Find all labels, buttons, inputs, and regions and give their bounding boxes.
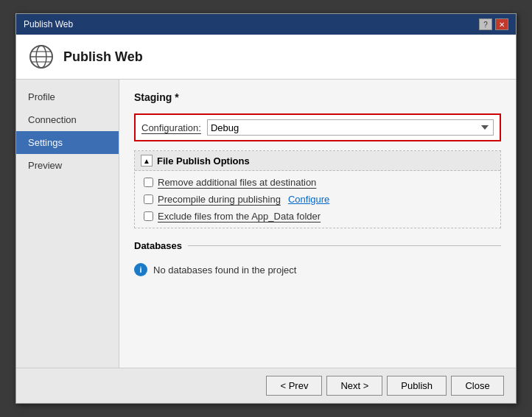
window-close-button[interactable]: ✕: [495, 18, 508, 30]
sidebar: Profile Connection Settings Preview: [16, 80, 119, 368]
precompile-label: Precompile during publishing: [158, 194, 281, 205]
file-publish-body: Remove additional files at destination P…: [135, 171, 500, 228]
exclude-appdata-checkbox[interactable]: [144, 211, 153, 221]
main-content: Staging * Configuration: Debug Release ▲…: [119, 80, 516, 368]
checkbox-row-exclude: Exclude files from the App_Data folder: [144, 211, 491, 222]
content-area: Profile Connection Settings Preview Stag…: [16, 80, 516, 368]
config-row: Configuration: Debug Release: [134, 113, 501, 141]
info-icon: i: [134, 263, 147, 276]
next-button[interactable]: Next >: [326, 376, 382, 396]
sidebar-item-profile[interactable]: Profile: [16, 85, 119, 108]
help-button[interactable]: ?: [479, 18, 492, 30]
globe-icon: [28, 43, 55, 70]
header-area: Publish Web: [16, 35, 516, 80]
configure-link[interactable]: Configure: [288, 194, 329, 205]
databases-divider: [188, 245, 501, 246]
exclude-appdata-label: Exclude files from the App_Data folder: [158, 211, 321, 222]
file-publish-section: ▲ File Publish Options Remove additional…: [134, 150, 501, 228]
databases-title: Databases: [134, 240, 182, 251]
precompile-checkbox[interactable]: [144, 195, 153, 204]
publish-web-dialog: Publish Web ? ✕ Publish Web Profile Conn…: [15, 13, 517, 404]
checkbox-row-remove: Remove additional files at destination: [144, 177, 491, 188]
section-title: Staging *: [134, 91, 501, 103]
title-bar-left: Publish Web: [24, 19, 73, 29]
databases-header: Databases: [134, 240, 501, 251]
sidebar-item-connection[interactable]: Connection: [16, 108, 119, 131]
header-title: Publish Web: [63, 49, 143, 65]
remove-additional-checkbox[interactable]: [144, 178, 153, 187]
footer: < Prev Next > Publish Close: [16, 368, 516, 403]
sidebar-item-preview[interactable]: Preview: [16, 154, 119, 177]
file-publish-header: ▲ File Publish Options: [135, 151, 500, 171]
info-text: No databases found in the project: [153, 264, 296, 276]
file-publish-title: File Publish Options: [157, 155, 250, 167]
prev-button[interactable]: < Prev: [266, 376, 322, 396]
title-bar-buttons: ? ✕: [479, 18, 508, 30]
publish-button[interactable]: Publish: [387, 376, 447, 396]
remove-additional-label: Remove additional files at destination: [158, 177, 316, 188]
sidebar-item-settings[interactable]: Settings: [16, 131, 119, 154]
config-label: Configuration:: [141, 122, 201, 133]
config-select[interactable]: Debug Release: [207, 119, 494, 136]
info-row: i No databases found in the project: [134, 260, 501, 279]
collapse-button[interactable]: ▲: [141, 155, 153, 167]
close-button[interactable]: Close: [451, 376, 504, 396]
title-bar-title: Publish Web: [24, 19, 73, 29]
title-bar: Publish Web ? ✕: [16, 14, 516, 35]
databases-section: Databases i No databases found in the pr…: [134, 240, 501, 279]
checkbox-row-precompile: Precompile during publishing Configure: [144, 194, 491, 205]
